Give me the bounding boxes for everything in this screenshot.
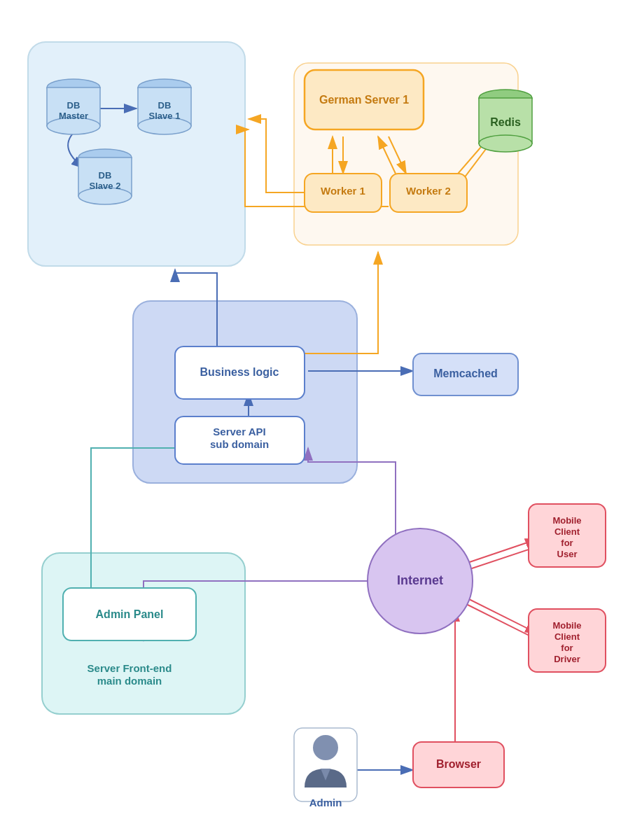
admin-person-icon: Admin	[294, 728, 357, 808]
mobile-user-label1: Mobile	[552, 515, 581, 526]
server-api-label1: Server API	[213, 426, 265, 438]
mobile-driver-label4: Driver	[554, 654, 580, 664]
svg-point-27	[313, 735, 338, 760]
server-api-label2: sub domain	[210, 438, 269, 450]
redis-node: Redis	[479, 90, 532, 152]
db-slave1-node: DB Slave 1	[138, 79, 191, 134]
mobile-user-label3: for	[561, 538, 573, 548]
svg-text:DB: DB	[99, 170, 112, 181]
svg-text:Redis: Redis	[490, 116, 521, 128]
mobile-driver-label2: Client	[554, 631, 580, 642]
db-cluster-region	[28, 42, 245, 266]
german-server-label: German Server 1	[319, 94, 409, 106]
mobile-user-label4: User	[557, 549, 578, 559]
mobile-driver-label3: for	[561, 643, 573, 653]
worker2-label: Worker 2	[406, 185, 451, 197]
admin-panel-label: Admin Panel	[96, 608, 164, 620]
mobile-user-label2: Client	[554, 526, 580, 537]
svg-point-24	[479, 135, 532, 152]
svg-text:DB: DB	[158, 100, 172, 111]
svg-text:Slave 1: Slave 1	[149, 111, 181, 121]
arrow-mobile-driver-internet	[455, 598, 539, 640]
db-master-node: DB Master	[47, 79, 100, 134]
internet-label: Internet	[397, 573, 443, 587]
server-frontend-label1: Server Front-end	[88, 662, 172, 674]
svg-text:Slave 2: Slave 2	[90, 181, 121, 191]
worker1-label: Worker 1	[321, 185, 365, 197]
db-slave2-node: DB Slave 2	[78, 149, 132, 204]
browser-label: Browser	[436, 758, 481, 770]
svg-text:Admin: Admin	[309, 797, 342, 808]
server-frontend-label2: main domain	[97, 675, 162, 687]
svg-text:Master: Master	[59, 111, 88, 121]
mobile-driver-label1: Mobile	[552, 620, 581, 631]
memcached-label: Memcached	[433, 368, 498, 379]
svg-text:DB: DB	[67, 100, 81, 111]
business-logic-label: Business logic	[200, 366, 279, 378]
